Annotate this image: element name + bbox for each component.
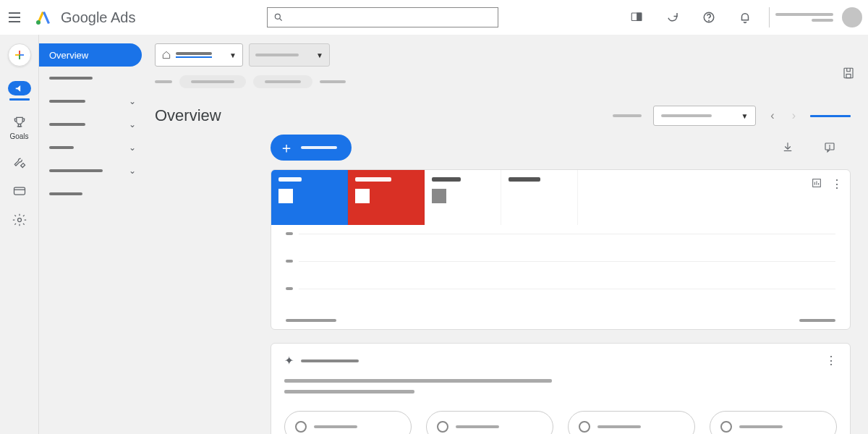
notifications-icon[interactable] bbox=[739, 11, 752, 24]
create-button[interactable] bbox=[8, 43, 31, 67]
filter-chip-1[interactable] bbox=[179, 75, 246, 88]
nav-item-2[interactable]: ⌄ bbox=[39, 90, 146, 113]
account-selector[interactable]: ▼ bbox=[155, 43, 243, 67]
chart-area bbox=[271, 225, 850, 329]
sparkle-icon: ✦ bbox=[284, 354, 294, 367]
option-1[interactable] bbox=[284, 411, 412, 434]
date-next-button[interactable]: › bbox=[789, 109, 799, 122]
filter-chip-2[interactable] bbox=[253, 75, 312, 88]
expand-chart-icon[interactable] bbox=[811, 177, 822, 189]
svg-point-5 bbox=[709, 20, 710, 21]
rail-billing[interactable] bbox=[4, 184, 35, 198]
svg-point-0 bbox=[36, 20, 41, 25]
campaign-selector[interactable]: ▼ bbox=[249, 43, 330, 67]
page-title: Overview bbox=[155, 106, 221, 125]
nav-overview[interactable]: Overview bbox=[39, 43, 142, 67]
search-input[interactable] bbox=[267, 7, 498, 27]
new-campaign-button[interactable]: ＋ bbox=[271, 135, 352, 161]
date-prev-button[interactable]: ‹ bbox=[767, 109, 777, 122]
plus-icon: ＋ bbox=[279, 138, 294, 158]
svg-rect-8 bbox=[844, 68, 853, 78]
tools-icon bbox=[12, 155, 27, 169]
app-header: Google Ads bbox=[0, 0, 868, 35]
rail-admin[interactable] bbox=[4, 213, 35, 227]
svg-point-7 bbox=[17, 218, 21, 222]
option-3[interactable] bbox=[568, 411, 695, 434]
metric-3[interactable] bbox=[425, 170, 501, 225]
save-report-icon[interactable] bbox=[842, 67, 855, 80]
side-nav: Overview ⌄ ⌄ ⌄ ⌄ bbox=[39, 35, 146, 434]
metric-1[interactable] bbox=[271, 170, 348, 225]
download-icon[interactable] bbox=[781, 141, 794, 154]
avatar[interactable] bbox=[842, 7, 862, 27]
google-ads-logo-icon bbox=[35, 9, 52, 26]
card-menu-icon[interactable]: ⋮ bbox=[831, 177, 843, 191]
help-icon[interactable] bbox=[702, 11, 715, 24]
feedback-icon[interactable] bbox=[823, 141, 836, 154]
rail-tools[interactable] bbox=[4, 155, 35, 169]
card-icon bbox=[12, 184, 27, 198]
gear-icon bbox=[12, 213, 27, 227]
menu-icon[interactable] bbox=[6, 9, 23, 26]
scorecard-card: ⋮ bbox=[271, 169, 851, 330]
rail-goals[interactable]: Goals bbox=[4, 115, 35, 140]
product-name: Google Ads bbox=[61, 9, 135, 26]
search-icon bbox=[273, 12, 284, 22]
left-rail: Goals bbox=[0, 35, 39, 434]
option-4[interactable] bbox=[710, 411, 837, 434]
nav-item-1[interactable] bbox=[39, 67, 146, 90]
nav-item-6[interactable] bbox=[39, 182, 146, 205]
metric-4[interactable] bbox=[501, 170, 578, 225]
nav-item-5[interactable]: ⌄ bbox=[39, 159, 146, 182]
nav-item-4[interactable]: ⌄ bbox=[39, 136, 146, 159]
svg-rect-6 bbox=[14, 187, 25, 195]
account-label[interactable] bbox=[775, 13, 833, 22]
svg-point-1 bbox=[276, 14, 281, 19]
nav-item-3[interactable]: ⌄ bbox=[39, 113, 146, 136]
metric-2[interactable] bbox=[348, 170, 425, 225]
card-menu-icon[interactable]: ⋮ bbox=[825, 354, 837, 367]
svg-rect-3 bbox=[637, 13, 642, 21]
main-content: ▼ ▼ Overview ▼ ‹ › ＋ bbox=[146, 35, 868, 434]
recommendation-card: ✦ ⋮ bbox=[271, 343, 851, 434]
date-range-selector[interactable]: ▼ bbox=[653, 106, 756, 126]
refresh-icon[interactable] bbox=[666, 11, 679, 24]
svg-point-11 bbox=[830, 148, 830, 148]
svg-rect-9 bbox=[846, 75, 851, 78]
option-2[interactable] bbox=[426, 411, 553, 434]
appearance-icon[interactable] bbox=[630, 11, 643, 24]
home-icon bbox=[161, 50, 171, 60]
rail-campaigns[interactable] bbox=[4, 81, 35, 101]
trophy-icon bbox=[12, 115, 27, 129]
